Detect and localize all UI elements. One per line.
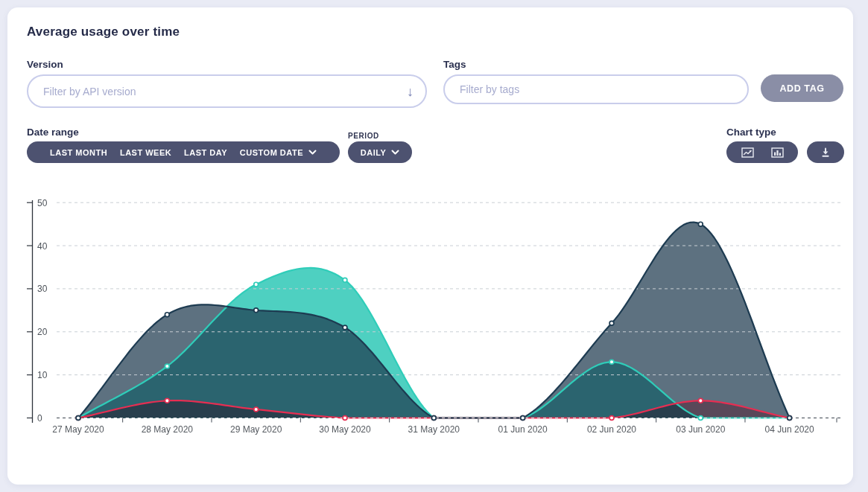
period-label: PERIOD <box>348 132 379 140</box>
svg-text:29 May 2020: 29 May 2020 <box>230 424 282 435</box>
date-range-label: Date range <box>27 127 79 138</box>
version-field-label: Version <box>27 59 63 70</box>
custom-date-label: CUSTOM DATE <box>240 148 303 157</box>
page-title: Average usage over time <box>27 25 180 39</box>
svg-text:30 May 2020: 30 May 2020 <box>319 424 371 435</box>
line-chart-icon <box>741 147 754 158</box>
chart-type-buttons <box>726 141 798 163</box>
date-range-last-month-button[interactable]: LAST MONTH <box>45 147 112 158</box>
date-range-buttons: LAST MONTH LAST WEEK LAST DAY CUSTOM DAT… <box>27 141 340 163</box>
add-tag-button[interactable]: ADD TAG <box>761 74 843 102</box>
date-range-last-day-button[interactable]: LAST DAY <box>180 147 232 158</box>
svg-text:01 Jun 2020: 01 Jun 2020 <box>498 424 548 435</box>
svg-text:31 May 2020: 31 May 2020 <box>408 424 460 435</box>
svg-text:30: 30 <box>37 284 48 294</box>
download-icon <box>820 147 831 158</box>
download-button[interactable] <box>807 141 844 163</box>
svg-text:03 Jun 2020: 03 Jun 2020 <box>676 424 725 435</box>
period-select[interactable]: DAILY <box>348 141 412 163</box>
svg-text:0: 0 <box>37 413 42 424</box>
svg-text:28 May 2020: 28 May 2020 <box>142 424 194 435</box>
date-range-custom-date-button[interactable]: CUSTOM DATE <box>235 147 321 158</box>
bar-chart-type-button[interactable] <box>770 146 785 159</box>
date-range-last-week-button[interactable]: LAST WEEK <box>115 147 176 158</box>
chart-type-label: Chart type <box>726 127 776 138</box>
page-background: { "page": { "title": "Average usage over… <box>0 0 868 492</box>
chevron-down-icon <box>308 150 317 155</box>
svg-text:10: 10 <box>37 370 48 380</box>
bar-chart-icon <box>771 147 784 158</box>
period-value: DAILY <box>361 148 387 157</box>
svg-text:20: 20 <box>37 327 48 337</box>
svg-text:04 Jun 2020: 04 Jun 2020 <box>765 424 814 435</box>
usage-chart[interactable]: 0102030405027 May 202028 May 202029 May … <box>22 195 849 443</box>
usage-card: Average usage over time Version ↓ Tags A… <box>7 7 853 485</box>
line-chart-type-button[interactable] <box>740 146 755 159</box>
chart-area: 0102030405027 May 202028 May 202029 May … <box>22 195 849 443</box>
chevron-down-icon <box>391 150 399 155</box>
tags-field-label: Tags <box>443 59 466 70</box>
tags-filter-input[interactable] <box>443 74 749 104</box>
svg-text:02 Jun 2020: 02 Jun 2020 <box>587 424 636 435</box>
version-filter-input[interactable] <box>27 74 427 108</box>
svg-text:40: 40 <box>37 241 48 252</box>
svg-text:50: 50 <box>37 198 48 208</box>
svg-text:27 May 2020: 27 May 2020 <box>52 424 104 435</box>
